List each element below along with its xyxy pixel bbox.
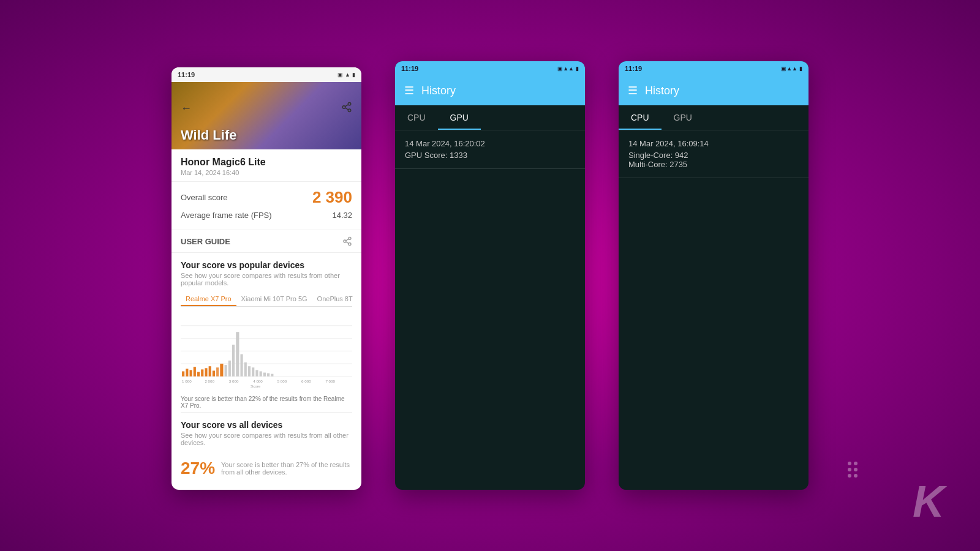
svg-rect-15: [182, 372, 184, 377]
status-icons-2: ▣▲▲ ▮: [557, 66, 579, 72]
svg-point-7: [349, 243, 351, 246]
battery-icon: ▮: [352, 72, 355, 78]
history-item-1[interactable]: 14 Mar 2024, 16:20:02 GPU Score: 1333: [395, 130, 585, 169]
svg-rect-30: [240, 354, 243, 377]
vs-popular-title: Your score vs popular devices: [181, 260, 352, 270]
nav-bar: ←: [172, 97, 361, 120]
signal-icon-3: ▣▲▲: [781, 66, 797, 72]
tab-realme[interactable]: Realme X7 Pro: [181, 293, 236, 306]
percent-row: 27% Your score is better than 27% of the…: [172, 455, 361, 481]
svg-rect-24: [216, 367, 219, 377]
svg-rect-18: [194, 367, 196, 377]
history-tabs-3: CPU GPU: [619, 105, 809, 130]
svg-point-6: [344, 240, 346, 242]
svg-rect-25: [220, 364, 223, 377]
wifi-icon: ▲: [345, 72, 350, 78]
svg-rect-23: [213, 370, 215, 376]
app-bar-title-2: History: [421, 84, 456, 97]
tab-cpu-3[interactable]: CPU: [619, 105, 662, 130]
svg-point-2: [348, 109, 351, 112]
share-button-hero[interactable]: [341, 102, 352, 115]
score-section: Overall score 2 390 Average frame rate (…: [172, 182, 361, 230]
svg-line-3: [345, 108, 348, 110]
history-app-bar-2: ☰ History: [395, 76, 585, 105]
battery-icon-3: ▮: [799, 66, 802, 72]
history-date-1: 14 Mar 2024, 16:20:02: [405, 139, 575, 148]
percent-text: Your score is better than 27% of the res…: [221, 461, 352, 476]
overall-score-row: Overall score 2 390: [181, 188, 352, 207]
device-name: Honor Magic6 Lite: [181, 157, 352, 168]
svg-rect-29: [236, 332, 239, 377]
svg-rect-27: [228, 361, 231, 377]
svg-rect-16: [186, 369, 188, 376]
user-guide-label[interactable]: USER GUIDE: [181, 237, 230, 246]
svg-text:5 000: 5 000: [277, 379, 287, 383]
history-app-bar-3: ☰ History: [619, 76, 809, 105]
status-icons-3: ▣▲▲ ▮: [781, 66, 802, 72]
phone-wildlife: 11:19 ▣ ▲ ▮ ← Wild Life: [172, 67, 361, 490]
history-multi-core: Multi-Core: 2735: [628, 160, 799, 169]
svg-rect-19: [197, 372, 200, 377]
device-date: Mar 14, 2024 16:40: [181, 169, 352, 176]
svg-text:2 000: 2 000: [205, 379, 214, 383]
vs-all-subtitle: See how your score compares with results…: [181, 432, 352, 446]
tab-oneplus[interactable]: OnePlus 8T: [312, 293, 358, 306]
history-single-core: Single-Core: 942: [628, 151, 799, 160]
hero-title: Wild Life: [181, 127, 236, 143]
svg-text:7 000: 7 000: [325, 379, 335, 383]
svg-rect-20: [201, 369, 203, 376]
bar-chart-svg: 1 000 2 000 3 000 4 000 5 000 6 000 7 00…: [181, 316, 352, 392]
svg-rect-35: [260, 372, 262, 377]
svg-text:3 000: 3 000: [229, 379, 239, 383]
status-icons-1: ▣ ▲ ▮: [337, 72, 355, 78]
menu-icon-2[interactable]: ☰: [404, 84, 414, 97]
bar-chart-container: 1 000 2 000 3 000 4 000 5 000 6 000 7 00…: [172, 313, 361, 392]
history-tabs-2: CPU GPU: [395, 105, 585, 130]
back-button[interactable]: ←: [181, 102, 192, 115]
battery-icon-2: ▮: [576, 66, 579, 72]
svg-rect-36: [263, 373, 266, 377]
history-date-cpu-1: 14 Mar 2024, 16:09:14: [628, 139, 799, 148]
svg-point-1: [342, 106, 345, 109]
tab-cpu-2[interactable]: CPU: [395, 105, 438, 130]
status-bar-1: 11:19 ▣ ▲ ▮: [172, 67, 361, 82]
app-bar-title-3: History: [645, 84, 679, 97]
hero-image: ← Wild Life: [172, 82, 361, 149]
svg-text:6 000: 6 000: [301, 379, 311, 383]
status-bar-3: 11:19 ▣▲▲ ▮: [619, 61, 809, 76]
svg-rect-38: [271, 374, 273, 377]
popular-tabs: Realme X7 Pro Xiaomi Mi 10T Pro 5G OnePl…: [181, 293, 352, 307]
phone-history-cpu: 11:19 ▣▲▲ ▮ ☰ History CPU GPU 14 Mar 202…: [619, 61, 809, 490]
svg-rect-26: [225, 365, 227, 377]
tab-gpu-2[interactable]: GPU: [438, 105, 481, 130]
fps-label: Average frame rate (FPS): [181, 211, 272, 220]
svg-rect-32: [248, 366, 251, 377]
fps-row: Average frame rate (FPS) 14.32: [181, 211, 352, 220]
phone-history-gpu: 11:19 ▣▲▲ ▮ ☰ History CPU GPU 14 Mar 202…: [395, 61, 585, 490]
svg-text:Score: Score: [251, 384, 261, 388]
svg-line-4: [345, 105, 348, 107]
svg-line-9: [346, 239, 349, 241]
history-item-cpu-1[interactable]: 14 Mar 2024, 16:09:14 Single-Core: 942 M…: [619, 130, 809, 178]
tab-apple[interactable]: Apple i: [358, 293, 361, 306]
status-time-1: 11:19: [178, 71, 195, 78]
share-icon[interactable]: [342, 236, 352, 246]
watermark-k: K: [913, 476, 943, 527]
svg-text:4 000: 4 000: [253, 379, 263, 383]
svg-rect-33: [252, 367, 254, 377]
menu-icon-3[interactable]: ☰: [628, 84, 638, 97]
overall-label: Overall score: [181, 193, 228, 202]
vs-popular-subtitle: See how your score compares with results…: [181, 272, 352, 287]
tab-xiaomi[interactable]: Xiaomi Mi 10T Pro 5G: [236, 293, 312, 306]
watermark-dots: [848, 462, 858, 478]
svg-text:1 000: 1 000: [182, 379, 192, 383]
svg-rect-37: [267, 373, 270, 377]
vs-all-section: Your score vs all devices See how your s…: [172, 413, 361, 455]
tab-gpu-3[interactable]: GPU: [662, 105, 704, 130]
svg-line-8: [346, 242, 349, 244]
vs-popular-section: Your score vs popular devices See how yo…: [172, 253, 361, 313]
signal-icon: ▣: [337, 72, 343, 78]
status-bar-2: 11:19 ▣▲▲ ▮: [395, 61, 585, 76]
user-guide-row: USER GUIDE: [172, 230, 361, 253]
percent-value: 27%: [181, 459, 215, 478]
